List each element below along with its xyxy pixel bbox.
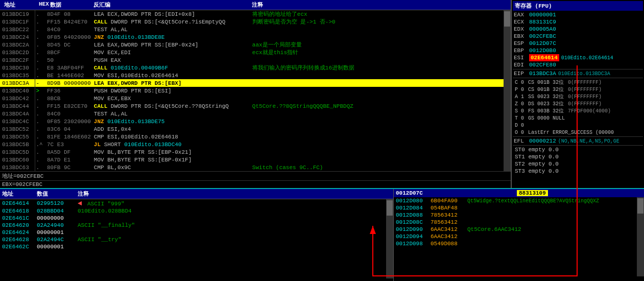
table-row[interactable]: 0012D088 78563412	[394, 212, 637, 219]
data-scrollbar-thumb[interactable]	[387, 200, 393, 216]
registers-header: 寄存器 (FPU)	[513, 1, 643, 11]
disasm-scrollbar[interactable]	[504, 10, 511, 171]
table-row[interactable]: 013BDC44 . FF15 E82CE70 CALL DWORD PTR D…	[0, 102, 504, 110]
table-row[interactable]: 013BDC55 . 81FE 1846E602 CMP ESI,010Edit…	[0, 133, 504, 140]
col-header-hexdata: 数据	[48, 1, 91, 9]
stack-table: 0012D080 6B04FA90 Qt5Widge.?textQQLineEd…	[394, 197, 637, 247]
call-keyword: CALL	[94, 19, 107, 25]
status-bar-ebx: EBX=002CFEBC	[0, 180, 511, 188]
reg-row-edx: EDX 000005A0	[513, 26, 643, 33]
reg-row-c: C 0 CS 001B 32位 0(FFFFFFFF)	[513, 79, 643, 86]
reg-row-st2: ST2 empty 0.0	[513, 160, 643, 168]
reg-row-esp: ESP 0012D07C	[513, 40, 643, 47]
data-header-addr: 地址	[2, 190, 37, 198]
bottom-section: 地址 数值 注释 02E64614 02995120 ◄ ASCII "999"	[0, 189, 644, 281]
table-row[interactable]: 0012D094 6AAC3412	[394, 233, 637, 240]
table-row[interactable]: 013BDC2D . 8BCF MOV ECX,EDI ecx就是this指针	[0, 49, 504, 56]
table-row[interactable]: 02E64620 02A24940 ASCII "__finally"	[0, 222, 386, 229]
table-row[interactable]: 0012D090 6AAC3412 Qt5Core.6AAC3412	[394, 226, 637, 233]
reg-row-p: P 0 CS 001B 32位 0(FFFFFFFF)	[513, 86, 643, 93]
table-row[interactable]: 02E64618 028BBD04 010Edito.028BBD4	[0, 207, 386, 215]
reg-row-st0: ST0 empty 0.0	[513, 146, 643, 153]
reg-row-eip: EIP 013BDC3A 010Edito.013BDC3A	[513, 70, 643, 77]
disasm-content: 013BDC19 . 8D4F 08 LEA ECX,DWORD PTR DS:…	[0, 10, 504, 171]
table-row[interactable]: 0012D084 054BAF48	[394, 204, 637, 212]
table-row[interactable]: 013BDC40 > FF36 PUSH DWORD PTR DS:[ESI]	[0, 87, 504, 95]
stack-scrollbar[interactable]	[637, 197, 644, 276]
data-header: 地址 数值 注释	[0, 189, 393, 199]
table-row[interactable]: 02E64614 02995120 ◄ ASCII "999"	[0, 199, 386, 207]
stack-highlight-val: 88313109	[517, 190, 548, 196]
table-row[interactable]: 02E6461C 00000000	[0, 215, 386, 222]
disasm-scroll-area: 013BDC19 . 8D4F 08 LEA ECX,DWORD PTR DS:…	[0, 10, 511, 171]
reg-row-edi: EDI 002CFE80	[513, 61, 643, 68]
table-row-highlighted[interactable]: 013BDC3A - 8D9B 00000000 LEA EBX,DWORD P…	[0, 79, 504, 87]
table-row[interactable]: 013BDC22 . 84C0 TEST AL,AL	[0, 26, 504, 33]
data-scrollbar[interactable]	[386, 199, 393, 278]
disasm-table: 013BDC19 . 8D4F 08 LEA ECX,DWORD PTR DS:…	[0, 10, 504, 171]
reg-row-a: A 1 SS 0023 32位 0(FFFFFFFF)	[513, 93, 643, 100]
table-row[interactable]: 013BDC1F . FF15 B424E70 CALL DWORD PTR D…	[0, 18, 504, 26]
reg-row-d: D 0	[513, 122, 643, 129]
reg-row-st3: ST3 empty 0.0	[513, 168, 643, 175]
data-header-val: 数值	[37, 190, 78, 198]
table-row[interactable]: 013BDC2A . 8D45 DC LEA EAX,DWORD PTR SS:…	[0, 41, 504, 49]
table-row[interactable]: 0012D080 6B04FA90 Qt5Widge.?textQQLineEd…	[394, 197, 637, 204]
disasm-panel: 地址 HEX 数据 反汇编 注释 013BDC19 . 8D4F 08 LEA …	[0, 0, 511, 188]
table-row[interactable]: 013BDC4A . 84C0 TEST AL,AL	[0, 110, 504, 118]
reg-row-efl: EFL 00000212 (NO,NB,NE,A,NS,PO,GE	[513, 137, 643, 145]
stack-header: 0012D07C 88313109	[394, 189, 644, 197]
reg-row-eax: EAX 00000001	[513, 11, 643, 18]
table-row[interactable]: 013BDC5D . 8A5D DF MOV BL,BYTE PTR SS:[E…	[0, 148, 504, 156]
arrow-icon: ◄	[78, 199, 82, 207]
table-row[interactable]: 013BDC63 . 80FB 9C CMP BL,0x9C Switch (c…	[0, 163, 504, 171]
reg-row-ebp: EBP 0012D0B0	[513, 47, 643, 54]
table-row[interactable]: 02E6462C 00000001	[0, 243, 386, 250]
reg-row-esi[interactable]: ESI 02E64614 010Edito.02E64614	[513, 54, 643, 61]
main-container: 地址 HEX 数据 反汇编 注释 013BDC19 . 8D4F 08 LEA …	[0, 0, 644, 281]
reg-row-s: S 0 FS 003B 32位 7FFDF000(4000)	[513, 107, 643, 114]
jnz-keyword: JNZ	[94, 34, 104, 40]
reg-row-st1: ST1 empty 0.0	[513, 153, 643, 160]
reg-row-t: T 0 GS 0000 NULL	[513, 114, 643, 122]
col-header-disasm: 反汇编	[91, 1, 250, 9]
table-row[interactable]: 013BDC24 . 0F85 64020000 JNZ 010Edito.01…	[0, 33, 504, 41]
table-row[interactable]: 013BDC19 . 8D4F 08 LEA ECX,DWORD PTR DS:…	[0, 10, 504, 18]
table-row[interactable]: 02E64628 02A2494C ASCII "__try"	[0, 236, 386, 243]
reg-row-z: Z 0 DS 0023 32位 0(FFFFFFFF)	[513, 100, 643, 107]
table-row[interactable]: 013BDC4C . 0F85 23020000 JNZ 010Edito.01…	[0, 118, 504, 125]
reg-row-ebx: EBX 002CFEBC	[513, 33, 643, 40]
disasm-scrollbar-thumb[interactable]	[504, 11, 510, 27]
table-row[interactable]: 0012D098 0549D088	[394, 240, 637, 247]
registers-panel: 寄存器 (FPU) EAX 00000001 ECX 883131C9 EDX …	[511, 0, 644, 188]
stack-panel: 0012D07C 88313109 0012D080 6B04FA90 Qt5W…	[394, 189, 644, 281]
stack-scrollbar-thumb[interactable]	[637, 198, 643, 214]
esi-value: 02E64614	[529, 54, 559, 61]
table-row[interactable]: 013BDC5B .^ 7C E3 JL SHORT 010Edito.013B…	[0, 140, 504, 148]
col-header-addr: 地址	[2, 1, 37, 9]
table-row[interactable]: 0012D08C 78563412	[394, 219, 637, 226]
status-bar-addr: 地址=002CFEBC	[0, 171, 511, 180]
table-row[interactable]: 013BDC60 . 8A7D E1 MOV BH,BYTE PTR SS:[E…	[0, 156, 504, 163]
reg-row-o: O 0 LastErr ERROR_SUCCESS (00000	[513, 129, 643, 136]
col-header-hex: HEX	[37, 1, 48, 9]
table-row[interactable]: 013BDC42 . 8BCB MOV ECX,EBX	[0, 95, 504, 102]
top-section: 地址 HEX 数据 反汇编 注释 013BDC19 . 8D4F 08 LEA …	[0, 0, 644, 189]
table-row[interactable]: 013BDC2F . 50 PUSH EAX	[0, 56, 504, 64]
table-row[interactable]: 013BDC52 . 83C6 04 ADD ESI,0x4	[0, 125, 504, 133]
data-panel: 地址 数值 注释 02E64614 02995120 ◄ ASCII "999"	[0, 189, 394, 281]
table-row[interactable]: 013BDC30 . E8 3ABF04FF CALL 010Edito.004…	[0, 64, 504, 72]
col-header-comment: 注释	[250, 1, 509, 9]
row-addr: 013BDC19	[0, 10, 35, 18]
table-row[interactable]: 02E64624 00000001	[0, 229, 386, 236]
reg-row-ecx: ECX 883131C9	[513, 18, 643, 26]
disasm-header: 地址 HEX 数据 反汇编 注释	[0, 0, 511, 10]
data-header-comment: 注释	[78, 190, 391, 198]
data-table: 02E64614 02995120 ◄ ASCII "999" 02E64618…	[0, 199, 386, 250]
table-row[interactable]: 013BDC35 . BE 1446E602 MOV ESI,010Edito.…	[0, 72, 504, 79]
